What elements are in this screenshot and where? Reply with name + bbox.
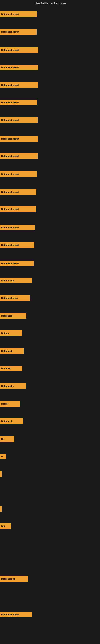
bar-fill: Bottlenec <box>0 366 22 371</box>
bar-item: Bo <box>0 436 14 442</box>
bar-fill: Bottleneck result <box>0 82 38 88</box>
bar-label: Bottleneck r <box>1 385 14 387</box>
bar-item: Bottleneck r <box>0 278 32 283</box>
bar-item: Bottleneck <box>0 418 23 424</box>
bar-fill <box>0 471 1 477</box>
bar-item: Bottleneck result <box>0 260 34 266</box>
bar-label: Bottleneck result <box>1 262 19 265</box>
bar-label: Bottleneck result <box>1 66 19 69</box>
bar-fill: Bottleneck <box>0 313 26 318</box>
bar-fill: Bottleneck result <box>0 172 37 177</box>
bar-item: Bottleneck result <box>0 29 37 34</box>
bar-fill: Bottleneck r <box>0 383 26 389</box>
site-title: TheBottlenecker.com <box>0 0 100 6</box>
bar-fill: B <box>0 454 6 459</box>
bar-label: Bottlenec <box>1 367 11 370</box>
bar-fill: Bottleneck result <box>0 612 32 618</box>
bar-item: Bottleneck result <box>0 206 36 212</box>
bar-label: Bottleneck result <box>1 155 19 157</box>
bar-item: Bottleneck r <box>0 383 26 389</box>
bar-fill: Bottleneck result <box>0 260 34 266</box>
bar-label: Bottler <box>1 402 8 405</box>
bar-item: Bottleneck <box>0 348 24 354</box>
bar-item: B <box>0 454 6 459</box>
bar-fill: Bottleneck <box>0 348 24 354</box>
bar-label: Bo <box>1 438 4 440</box>
bar-label: Bottleneck <box>1 314 12 317</box>
bar-label: Bottleneck result <box>1 191 19 193</box>
bar-fill: Bottleneck r <box>0 278 32 283</box>
bar-label: Bottleneck result <box>1 244 19 246</box>
bar-label: Bottleneck result <box>1 226 19 229</box>
bar-label: Bottleneck result <box>1 173 19 176</box>
bar-label: Bottleneck resu <box>1 297 18 299</box>
bar-fill: Bottleneck result <box>0 225 35 230</box>
bar-label: Bot <box>1 525 5 528</box>
bar-fill: Bottleneck result <box>0 242 34 248</box>
bar-label: Bottleneck result <box>1 614 19 616</box>
bar-label: B <box>1 455 3 458</box>
bar-item: Bot <box>0 524 11 529</box>
bar-label: Bottleneck result <box>1 30 19 33</box>
bar-fill: Bo <box>0 436 14 442</box>
bar-item: Bottleneck result <box>0 612 32 618</box>
bar-item: Bottleneck result <box>0 12 37 17</box>
bar-fill: Bot <box>0 524 11 529</box>
bar-fill: Bottleneck result <box>0 136 38 142</box>
bar-label: Bottleneck re <box>1 578 15 580</box>
bar-item: Bottleneck result <box>0 172 37 177</box>
bar-label: Bottleneck <box>1 350 12 352</box>
bar-label: Bottleneck result <box>1 119 19 121</box>
bar-fill: Bottleneck result <box>0 29 37 34</box>
bar-label: Bottleneck r <box>1 279 14 282</box>
bar-item: Bottlenec <box>0 366 22 371</box>
bar-label: Bottleneck <box>1 420 12 422</box>
bar-item: Bottlen <box>0 330 22 336</box>
bar-item: Bottleneck re <box>0 576 28 582</box>
bar-item: Bottler <box>0 401 20 406</box>
bar-label: Bottleneck result <box>1 101 19 104</box>
bar-label: Bottleneck result <box>1 84 19 86</box>
bar-item <box>0 506 1 512</box>
bar-label: Bottlen <box>1 332 9 334</box>
bar-item: Bottleneck result <box>0 242 34 248</box>
bar-item: Bottleneck result <box>0 225 35 230</box>
bar-item: Bottleneck result <box>0 82 38 88</box>
bar-fill: Bottleneck result <box>0 153 38 159</box>
bar-fill: Bottleneck resu <box>0 295 30 301</box>
bar-label: Bottleneck result <box>1 138 19 140</box>
bar-fill: Bottler <box>0 401 20 406</box>
bar-item: Bottleneck result <box>0 136 38 142</box>
bar-fill: Bottleneck result <box>0 64 38 70</box>
bar-fill: Bottleneck re <box>0 576 28 582</box>
bar-fill <box>0 506 1 512</box>
bar-item <box>0 471 1 477</box>
bar-item: Bottleneck result <box>0 47 38 53</box>
bar-fill: Bottlen <box>0 330 22 336</box>
bar-item: Bottleneck result <box>0 117 38 123</box>
bar-label: Bottleneck result <box>1 208 19 210</box>
bar-fill: Bottleneck result <box>0 12 37 17</box>
bar-fill: Bottleneck result <box>0 100 37 105</box>
bar-label: Bottleneck result <box>1 49 19 51</box>
bar-label: Bottleneck result <box>1 13 19 16</box>
bar-fill: Bottleneck result <box>0 206 36 212</box>
bar-item: Bottleneck result <box>0 189 36 195</box>
bar-fill: Bottleneck result <box>0 117 38 123</box>
bar-item: Bottleneck <box>0 313 26 318</box>
bar-item: Bottleneck resu <box>0 295 30 301</box>
bar-item: Bottleneck result <box>0 153 38 159</box>
bar-fill: Bottleneck result <box>0 189 36 195</box>
bar-item: Bottleneck result <box>0 64 38 70</box>
bar-fill: Bottleneck result <box>0 47 38 53</box>
bar-item: Bottleneck result <box>0 100 37 105</box>
bar-fill: Bottleneck <box>0 418 23 424</box>
